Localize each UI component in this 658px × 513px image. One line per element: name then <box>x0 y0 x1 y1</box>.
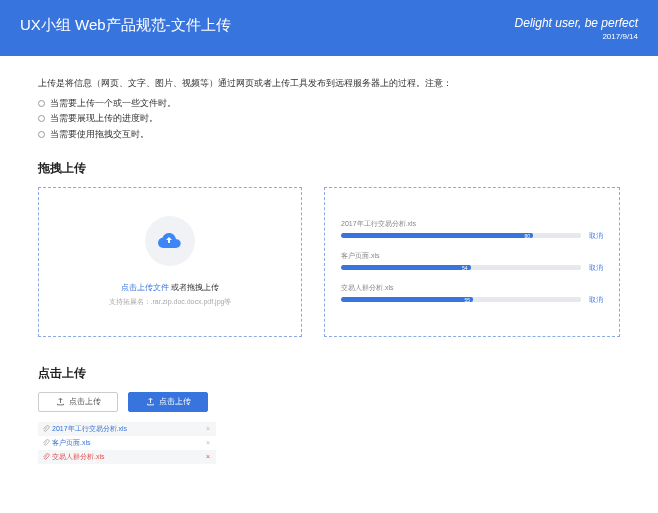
header-date: 2017/9/14 <box>515 32 638 41</box>
bullet-item: 当需要使用拖拽交互时。 <box>38 127 620 142</box>
upload-icon <box>56 397 65 406</box>
upload-button-primary[interactable]: 点击上传 <box>128 392 208 412</box>
file-name[interactable]: 客户页面.xls <box>52 438 204 448</box>
intro-bullets: 当需要上传一个或一些文件时。 当需要展现上传的进度时。 当需要使用拖拽交互时。 <box>38 96 620 142</box>
intro-text: 上传是将信息（网页、文字、图片、视频等）通过网页或者上传工具发布到远程服务器上的… <box>38 78 620 90</box>
upload-icon <box>146 397 155 406</box>
progress-bar: 80 <box>341 233 581 238</box>
file-name[interactable]: 2017年工行交易分析.xls <box>52 424 204 434</box>
progress-pct: 55 <box>464 297 470 302</box>
header-slogan: Delight user, be perfect <box>515 16 638 30</box>
progress-pct: 80 <box>524 233 530 238</box>
close-icon[interactable]: × <box>204 453 212 460</box>
drop-zone-hint: 支持拓展名：.rar.zip.doc.docx.pdf.jpg等 <box>109 297 232 307</box>
progress-pct: 54 <box>462 265 468 270</box>
progress-filename: 交易人群分析.xls <box>341 283 603 293</box>
section-title-drag: 拖拽上传 <box>38 160 620 177</box>
paperclip-icon <box>42 439 52 447</box>
progress-bar: 54 <box>341 265 581 270</box>
drop-zone[interactable]: 点击上传文件 或者拖拽上传 支持拓展名：.rar.zip.doc.docx.pd… <box>38 187 302 337</box>
bullet-item: 当需要上传一个或一些文件时。 <box>38 96 620 111</box>
upload-progress-panel: 2017年工行交易分析.xls 80 取消 客户页面.xls 54 取消 交易人… <box>324 187 620 337</box>
drop-zone-text: 点击上传文件 或者拖拽上传 <box>121 282 219 293</box>
page-title: UX小组 Web产品规范-文件上传 <box>20 16 231 35</box>
cloud-upload-icon <box>145 216 195 266</box>
bullet-item: 当需要展现上传的进度时。 <box>38 111 620 126</box>
progress-item: 客户页面.xls 54 取消 <box>341 251 603 273</box>
file-name[interactable]: 交易人群分析.xls <box>52 452 204 462</box>
file-row: 2017年工行交易分析.xls × <box>38 422 216 436</box>
upload-button-outline[interactable]: 点击上传 <box>38 392 118 412</box>
cancel-link[interactable]: 取消 <box>589 231 603 241</box>
file-row: 客户页面.xls × <box>38 436 216 450</box>
close-icon[interactable]: × <box>204 439 212 446</box>
close-icon[interactable]: × <box>204 425 212 432</box>
uploaded-file-list: 2017年工行交易分析.xls × 客户页面.xls × 交易人群分析.xls … <box>38 422 216 464</box>
progress-item: 交易人群分析.xls 55 取消 <box>341 283 603 305</box>
cancel-link[interactable]: 取消 <box>589 263 603 273</box>
page-header: UX小组 Web产品规范-文件上传 Delight user, be perfe… <box>0 0 658 56</box>
paperclip-icon <box>42 453 52 461</box>
progress-filename: 2017年工行交易分析.xls <box>341 219 603 229</box>
progress-filename: 客户页面.xls <box>341 251 603 261</box>
cancel-link[interactable]: 取消 <box>589 295 603 305</box>
file-row: 交易人群分析.xls × <box>38 450 216 464</box>
upload-link[interactable]: 点击上传文件 <box>121 283 169 292</box>
section-title-click: 点击上传 <box>38 365 620 382</box>
progress-item: 2017年工行交易分析.xls 80 取消 <box>341 219 603 241</box>
progress-bar: 55 <box>341 297 581 302</box>
paperclip-icon <box>42 425 52 433</box>
